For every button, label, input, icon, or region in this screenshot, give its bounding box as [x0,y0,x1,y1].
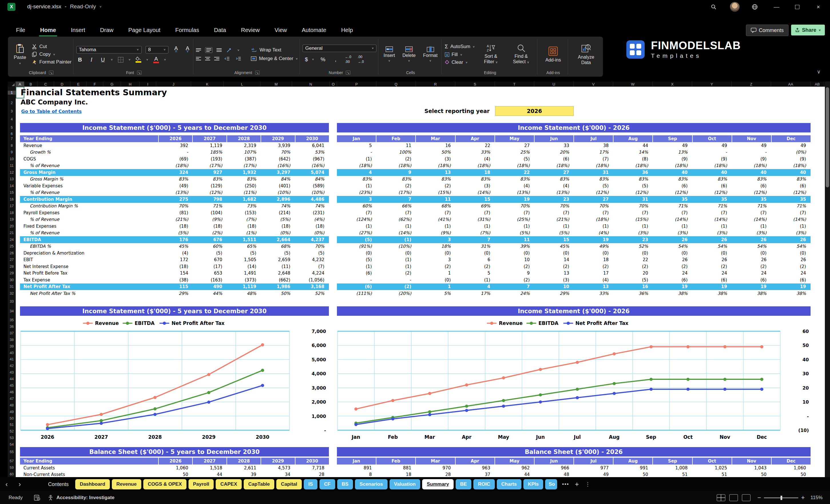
italic-button[interactable]: I [88,57,95,62]
table-column-header[interactable]: 2029 [261,135,295,142]
sheet-tab-revenue[interactable]: Revenue [112,479,141,490]
column-header-Q[interactable]: Q [376,82,416,87]
cell[interactable]: 52% [295,291,329,296]
cell[interactable]: 17% [574,150,613,155]
cell[interactable]: - [732,150,771,155]
minimize-button[interactable]: — [768,0,786,14]
cell[interactable]: 40 [692,170,732,175]
cell[interactable]: (7) [653,210,692,215]
cell[interactable]: 50 [732,472,771,477]
cell[interactable]: (31%) [455,217,495,222]
cell[interactable]: (14%) [455,190,495,195]
cell[interactable]: (9) [653,156,692,162]
cut-button[interactable]: Cut [32,44,71,50]
row-label[interactable]: Payroll Expenses [20,210,159,215]
cell[interactable]: 18 [455,170,495,175]
addins-button[interactable]: Add-ins [543,46,563,63]
cell[interactable]: (0) [416,251,455,256]
cell[interactable]: (2) [732,264,771,269]
cell[interactable]: 7 [376,197,416,202]
cell[interactable]: (12%) [732,190,771,195]
cell[interactable]: - [376,278,416,283]
sheet-tab-capital[interactable]: Capital [276,479,302,490]
column-header-I[interactable]: I [139,82,156,87]
row-header-31[interactable]: 31 [8,285,16,289]
cell[interactable]: 73% [227,203,261,209]
cell[interactable]: 9 [376,170,416,175]
table-column-header[interactable]: Apr [456,135,495,142]
sheet-tab-bs[interactable]: BS [337,479,353,490]
orientation-button[interactable] [226,48,233,53]
cell[interactable]: (6) [771,278,810,283]
row-header-49[interactable]: 49 [8,410,16,414]
cell[interactable]: - [159,150,193,155]
row-header-57[interactable]: 57 [8,459,16,463]
cell[interactable]: 27 [495,143,534,148]
cell[interactable]: (1) [455,224,495,229]
cell[interactable]: (2) [416,264,455,269]
cell[interactable]: 44% [193,291,227,296]
table-column-header[interactable]: Jul [574,135,613,142]
macro-record-icon[interactable] [34,495,40,501]
row-header-50[interactable]: 50 [8,416,16,420]
cell[interactable]: 3,297 [261,170,295,175]
column-header-AA[interactable]: AA [771,82,810,87]
cell[interactable]: (1) [337,224,376,229]
row-header-37[interactable]: 37 [8,331,16,335]
row-header-34[interactable]: 34 [8,309,16,313]
cell[interactable]: 22 [613,257,653,262]
cell[interactable]: 1,518 [193,465,227,471]
cell[interactable]: 6 [455,257,495,262]
increase-decimal-button[interactable]: ←.0.00 [344,55,352,64]
column-header-U[interactable]: U [534,82,574,87]
cell[interactable]: 50% [261,291,295,296]
row-label[interactable]: EBIT [20,257,159,262]
cell[interactable]: 18% [416,244,455,249]
cell[interactable]: (9%) [193,217,227,222]
cell[interactable]: (38) [159,278,193,283]
row-header-43[interactable]: 43 [8,371,16,374]
row-header-2[interactable]: 2 [8,101,16,105]
cell[interactable]: (16%) [261,163,295,168]
cell[interactable]: (7) [376,210,416,215]
cell[interactable]: (12%) [771,190,810,195]
cell[interactable]: 16 [613,284,653,289]
cell[interactable]: (0) [455,251,495,256]
cell[interactable]: 83% [495,177,534,182]
autosum-button[interactable]: ΣAutoSum∨ [445,43,475,50]
share-button[interactable]: Share ∨ [791,25,825,35]
cell[interactable]: (4) [574,278,613,283]
cell[interactable]: (2) [574,264,613,269]
cell[interactable]: (124%) [337,217,376,222]
row-header-21[interactable]: 21 [8,231,16,235]
cell[interactable]: (3) [534,278,574,283]
comma-style-button[interactable]: , [332,57,339,62]
cell[interactable]: 20 [613,271,653,276]
cell[interactable]: (21%) [534,217,574,222]
cell[interactable]: 14 [534,257,574,262]
cell[interactable]: 881 [376,465,416,471]
row-header-14[interactable]: 14 [8,184,16,188]
table-column-header[interactable]: Apr [456,458,495,465]
cell[interactable]: 70% [574,203,613,209]
cell[interactable]: 49 [653,143,692,148]
cell[interactable]: (5%) [261,217,295,222]
cell[interactable]: 74% [295,203,329,209]
cell[interactable]: 52% [613,244,653,249]
cell[interactable]: (18%) [337,163,376,168]
column-header-O[interactable]: O [330,82,337,87]
cell[interactable]: (17%) [227,163,261,168]
row-header-7[interactable]: 7 [8,137,16,141]
sheet-tab-payroll[interactable]: Payroll [189,479,214,490]
find-select-button[interactable]: Find & Select ∨ [507,44,535,65]
accounting-format-button[interactable]: $ [302,57,310,62]
cell[interactable]: 10 [534,284,574,289]
cell[interactable]: 15 [455,197,495,202]
cell[interactable]: 83% [613,177,653,182]
cell[interactable]: 38% [653,291,692,296]
cell[interactable]: 798 [193,197,227,202]
cell[interactable]: (373) [227,278,261,283]
cell[interactable]: (1) [337,264,376,269]
cell[interactable]: 70% [159,203,193,209]
cell[interactable]: 26 [732,237,771,242]
